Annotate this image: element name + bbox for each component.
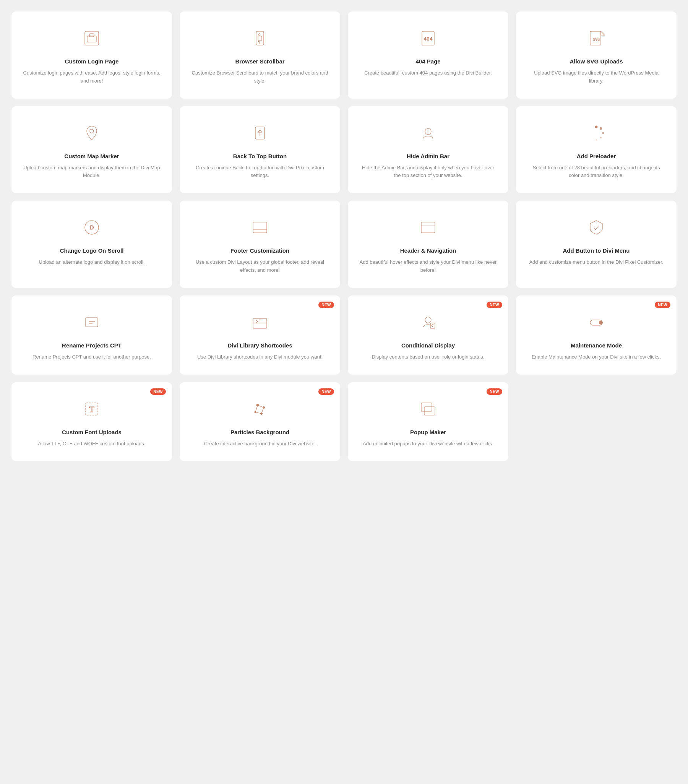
svg-point-17 — [596, 140, 597, 140]
card-desc-maintenance-mode: Enable Maintenance Mode on your Divi sit… — [532, 353, 661, 361]
card-title-conditional-display: Conditional Display — [401, 342, 455, 349]
card-title-popup-maker: Popup Maker — [410, 429, 446, 435]
card-desc-allow-svg-uploads: Upload SVG image files directly to the W… — [527, 69, 665, 85]
menu-button-icon — [585, 216, 608, 239]
svg-point-15 — [602, 132, 604, 134]
card-title-add-button-to-divi-menu: Add Button to Divi Menu — [563, 247, 630, 254]
card-desc-back-to-top-button: Create a unique Back To Top button with … — [191, 164, 329, 180]
card-add-preloader[interactable]: Add Preloader Select from one of 28 beau… — [516, 106, 676, 193]
card-custom-map-marker[interactable]: Custom Map Marker Upload custom map mark… — [12, 106, 172, 193]
map-marker-icon — [80, 122, 103, 145]
card-footer-customization[interactable]: Footer Customization Use a custom Divi L… — [179, 201, 340, 288]
svg-rect-2 — [89, 34, 94, 37]
card-popup-maker[interactable]: NEW Popup Maker Add unlimited popups to … — [348, 382, 509, 461]
card-desc-header-navigation: Add beautiful hover effects and style yo… — [359, 259, 497, 275]
maintenance-icon — [585, 311, 608, 334]
badge-new: NEW — [318, 389, 334, 395]
card-desc-add-preloader: Select from one of 28 beautiful preloade… — [527, 164, 665, 180]
card-title-rename-projects-cpt: Rename Projects CPT — [62, 342, 122, 349]
svg-rect-20 — [253, 222, 267, 233]
svg-text:404: 404 — [423, 36, 433, 42]
fonts-icon: T — [80, 397, 103, 420]
svg-line-43 — [255, 405, 258, 412]
popup-icon — [416, 397, 439, 420]
badge-new: NEW — [318, 301, 334, 308]
card-add-button-to-divi-menu[interactable]: Add Button to Divi Menu Add and customiz… — [516, 201, 676, 288]
card-title-browser-scrollbar: Browser Scrollbar — [235, 58, 285, 64]
card-desc-404-page: Create beautiful, custom 404 pages using… — [364, 69, 492, 77]
svg-rect-46 — [424, 407, 435, 415]
card-title-divi-library-shortcodes: Divi Library Shortcodes — [227, 342, 292, 349]
card-hide-admin-bar[interactable]: Hide Admin Bar Hide the Admin Bar, and d… — [348, 106, 509, 193]
card-title-footer-customization: Footer Customization — [230, 247, 289, 254]
svg-point-30 — [425, 317, 431, 323]
header-nav-icon — [416, 216, 439, 239]
card-desc-browser-scrollbar: Customize Browser Scrollbars to match yo… — [191, 69, 329, 85]
card-desc-popup-maker: Add unlimited popups to your Divi websit… — [363, 440, 494, 448]
card-title-header-navigation: Header & Navigation — [400, 247, 456, 254]
svg-icon: SVG — [585, 27, 608, 50]
svg-rect-45 — [421, 403, 432, 411]
card-custom-font-uploads[interactable]: NEW T Custom Font Uploads Allow TTF, OTF… — [12, 382, 172, 461]
footer-icon — [249, 216, 272, 239]
card-desc-footer-customization: Use a custom Divi Layout as your global … — [191, 259, 329, 275]
card-title-404-page: 404 Page — [415, 58, 440, 64]
svg-point-16 — [601, 137, 602, 138]
scrollbar-icon — [249, 27, 272, 50]
svg-point-12 — [425, 128, 431, 135]
card-conditional-display[interactable]: NEW Conditional Display Display contents… — [348, 295, 509, 375]
card-title-custom-font-uploads: Custom Font Uploads — [62, 429, 122, 435]
svg-rect-31 — [430, 323, 435, 328]
badge-new: NEW — [487, 301, 502, 308]
card-title-custom-map-marker: Custom Map Marker — [64, 153, 119, 160]
card-title-hide-admin-bar: Hide Admin Bar — [407, 153, 449, 160]
card-header-navigation[interactable]: Header & Navigation Add beautiful hover … — [348, 201, 509, 288]
badge-new: NEW — [655, 301, 670, 308]
svg-text:SVG: SVG — [593, 38, 600, 42]
svg-text:D: D — [90, 225, 94, 231]
svg-line-44 — [255, 412, 262, 413]
card-divi-library-shortcodes[interactable]: NEW Divi Library Shortcodes Use Divi Lib… — [179, 295, 340, 375]
card-404-page[interactable]: 404 404 Page Create beautiful, custom 40… — [348, 12, 509, 99]
card-desc-custom-font-uploads: Allow TTF, OTF and WOFF custom font uplo… — [38, 440, 146, 448]
svg-point-13 — [595, 126, 597, 128]
svg-text:T: T — [89, 404, 94, 414]
card-browser-scrollbar[interactable]: Browser Scrollbar Customize Browser Scro… — [179, 12, 340, 99]
card-title-allow-svg-uploads: Allow SVG Uploads — [569, 58, 623, 64]
badge-new: NEW — [487, 389, 502, 395]
svg-rect-24 — [86, 318, 98, 327]
svg-rect-4 — [258, 36, 262, 41]
card-title-custom-login-page: Custom Login Page — [65, 58, 119, 64]
svg-point-14 — [600, 127, 602, 129]
svg-line-42 — [262, 407, 264, 413]
card-maintenance-mode[interactable]: NEW Maintenance Mode Enable Maintenance … — [516, 295, 676, 375]
back-to-top-icon — [249, 122, 272, 145]
card-rename-projects-cpt[interactable]: Rename Projects CPT Rename Projects CPT … — [12, 295, 172, 375]
card-desc-divi-library-shortcodes: Use Divi Library shortcodes in any Divi … — [197, 353, 323, 361]
card-desc-custom-map-marker: Upload custom map markers and display th… — [23, 164, 161, 180]
svg-line-41 — [258, 405, 264, 407]
hide-admin-icon — [416, 122, 439, 145]
card-particles-background[interactable]: NEW Particles Background Create interact… — [179, 382, 340, 461]
404-icon: 404 — [416, 27, 439, 50]
card-desc-hide-admin-bar: Hide the Admin Bar, and display it only … — [359, 164, 497, 180]
card-allow-svg-uploads[interactable]: SVG Allow SVG Uploads Upload SVG image f… — [516, 12, 676, 99]
conditional-icon — [416, 311, 439, 334]
svg-rect-22 — [421, 222, 435, 233]
preloader-icon — [585, 122, 608, 145]
card-title-add-preloader: Add Preloader — [577, 153, 616, 160]
badge-new: NEW — [150, 389, 166, 395]
svg-point-37 — [257, 404, 259, 406]
login-icon — [80, 27, 103, 50]
card-desc-change-logo-on-scroll: Upload an alternate logo and display it … — [39, 259, 145, 267]
card-custom-login-page[interactable]: Custom Login Page Customize login pages … — [12, 12, 172, 99]
card-title-back-to-top-button: Back To Top Button — [233, 153, 287, 160]
rename-cpt-icon — [80, 311, 103, 334]
shortcodes-icon — [249, 311, 272, 334]
card-title-change-logo-on-scroll: Change Logo On Scroll — [60, 247, 124, 254]
card-desc-particles-background: Create interactive background in your Di… — [204, 440, 316, 448]
svg-rect-3 — [256, 31, 264, 45]
card-back-to-top-button[interactable]: Back To Top Button Create a unique Back … — [179, 106, 340, 193]
card-title-particles-background: Particles Background — [230, 429, 289, 435]
card-change-logo-on-scroll[interactable]: D Change Logo On Scroll Upload an altern… — [12, 201, 172, 288]
